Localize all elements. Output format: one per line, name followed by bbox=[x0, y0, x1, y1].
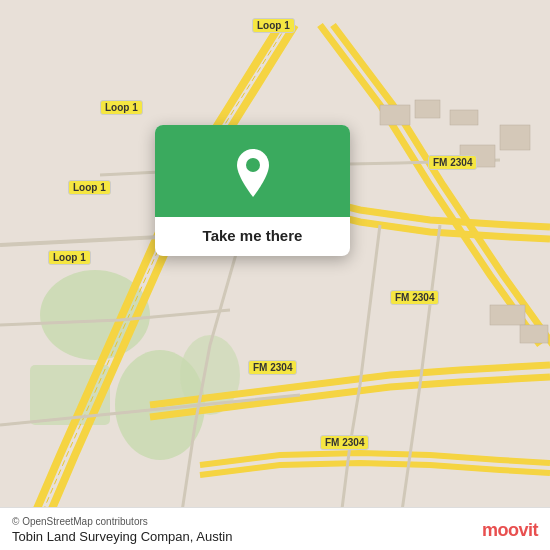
bottom-left-info: © OpenStreetMap contributors Tobin Land … bbox=[12, 516, 232, 544]
map-container: Loop 1Loop 1Loop 1Loop 1FM 2304FM 2304FM… bbox=[0, 0, 550, 550]
copyright-text: © OpenStreetMap contributors bbox=[12, 516, 232, 527]
popup-green-section bbox=[155, 125, 350, 217]
location-pin-icon bbox=[231, 147, 275, 199]
road-label-loop1-left2: Loop 1 bbox=[68, 180, 111, 195]
svg-rect-5 bbox=[380, 105, 410, 125]
map-svg bbox=[0, 0, 550, 550]
road-label-loop1-top: Loop 1 bbox=[252, 18, 295, 33]
svg-rect-7 bbox=[450, 110, 478, 125]
svg-point-12 bbox=[246, 158, 260, 172]
svg-rect-11 bbox=[520, 325, 548, 343]
road-label-fm2304-right1: FM 2304 bbox=[428, 155, 477, 170]
road-label-fm2304-bottom2: FM 2304 bbox=[320, 435, 369, 450]
take-me-there-button[interactable]: Take me there bbox=[203, 227, 303, 244]
popup-card: Take me there bbox=[155, 125, 350, 256]
svg-rect-10 bbox=[490, 305, 525, 325]
svg-rect-6 bbox=[415, 100, 440, 118]
road-label-fm2304-right2: FM 2304 bbox=[390, 290, 439, 305]
location-name: Tobin Land Surveying Compan, Austin bbox=[12, 529, 232, 544]
bottom-bar: © OpenStreetMap contributors Tobin Land … bbox=[0, 507, 550, 550]
road-label-fm2304-bottom1: FM 2304 bbox=[248, 360, 297, 375]
svg-rect-9 bbox=[500, 125, 530, 150]
popup-white-section[interactable]: Take me there bbox=[155, 217, 350, 256]
moovit-logo-text: moovit bbox=[482, 520, 538, 541]
road-label-loop1-left3: Loop 1 bbox=[48, 250, 91, 265]
road-label-loop1-left1: Loop 1 bbox=[100, 100, 143, 115]
moovit-logo: moovit bbox=[482, 520, 538, 541]
